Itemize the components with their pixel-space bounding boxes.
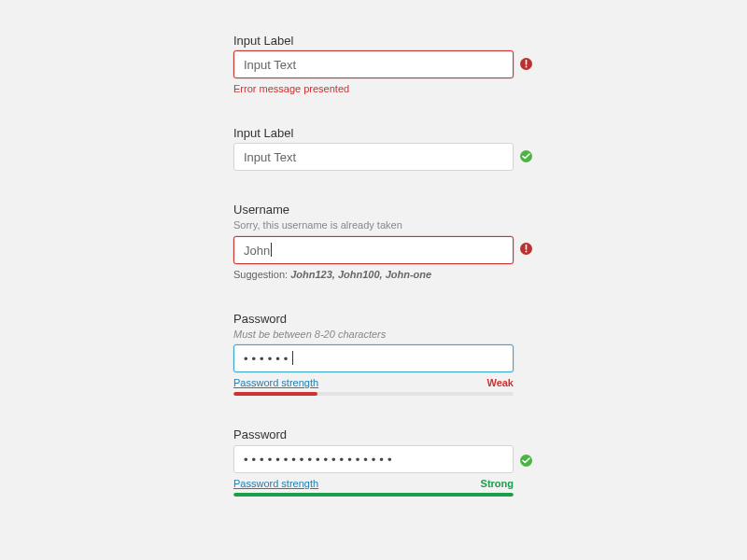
username-suggestion: Suggestion: John123, John100, John-one	[233, 269, 514, 280]
text-input[interactable]	[233, 143, 514, 171]
text-input[interactable]	[233, 50, 514, 78]
svg-point-1	[526, 251, 528, 253]
password-field-strong: Password ••••••••••••••••••• Password st…	[233, 427, 514, 497]
input-field-error: Input Label Error message presented	[233, 34, 514, 94]
password-hint: Must be between 8-20 characters	[233, 329, 514, 340]
text-caret	[271, 243, 272, 257]
password-input[interactable]: ••••••	[233, 344, 514, 372]
password-strength-fill	[233, 493, 514, 497]
text-caret	[292, 351, 293, 365]
password-strength-meter	[233, 493, 514, 497]
error-icon	[520, 243, 532, 255]
username-field: Username Sorry, this username is already…	[233, 203, 514, 280]
password-strength-label: Weak	[486, 377, 514, 388]
password-strength-fill	[233, 392, 317, 396]
input-label: Password	[233, 312, 514, 326]
input-label: Input Label	[233, 126, 514, 140]
password-dots: •••••••••••••••••••	[244, 453, 395, 467]
password-strength-link[interactable]: Password strength	[233, 377, 318, 388]
svg-point-0	[526, 66, 528, 68]
success-icon	[520, 455, 532, 467]
username-input[interactable]: John	[233, 236, 514, 264]
password-field-weak: Password Must be between 8-20 characters…	[233, 312, 514, 396]
password-strength-meter	[233, 392, 514, 396]
input-label: Input Label	[233, 34, 514, 48]
error-icon	[520, 58, 532, 70]
password-dots: ••••••	[244, 352, 291, 366]
suggestion-names: John123, John100, John-one	[290, 269, 431, 280]
input-label: Username	[233, 203, 514, 217]
username-hint: Sorry, this username is already taken	[233, 219, 514, 231]
password-strength-label: Strong	[481, 478, 514, 489]
password-input[interactable]: •••••••••••••••••••	[233, 445, 514, 473]
password-strength-link[interactable]: Password strength	[233, 478, 318, 489]
suggestion-prefix: Suggestion:	[233, 269, 290, 280]
input-label: Password	[233, 427, 514, 441]
error-message: Error message presented	[233, 83, 514, 94]
input-field-success: Input Label	[233, 126, 514, 171]
success-icon	[520, 150, 532, 162]
input-value: John	[244, 244, 270, 258]
